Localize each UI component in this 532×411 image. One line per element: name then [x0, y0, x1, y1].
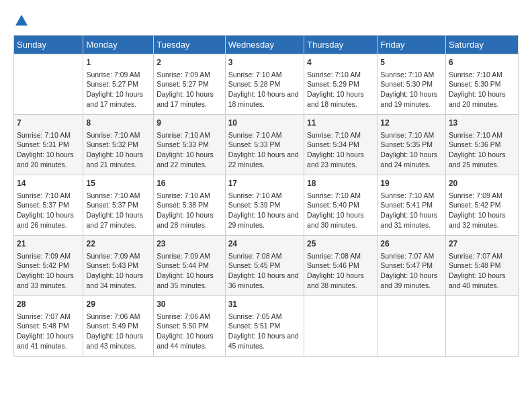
day-number: 1: [86, 57, 150, 68]
day-number: 5: [380, 57, 443, 68]
column-header-monday: Monday: [83, 36, 154, 54]
calendar-week-row: 28Sunrise: 7:07 AMSunset: 5:48 PMDayligh…: [14, 296, 519, 357]
day-number: 16: [157, 178, 222, 189]
day-info: Sunrise: 7:09 AMSunset: 5:42 PMDaylight:…: [17, 251, 80, 291]
day-number: 19: [380, 178, 443, 189]
column-header-saturday: Saturday: [445, 36, 518, 54]
calendar-cell: 20Sunrise: 7:09 AMSunset: 5:42 PMDayligh…: [445, 175, 518, 236]
day-info: Sunrise: 7:07 AMSunset: 5:47 PMDaylight:…: [380, 251, 443, 291]
day-info: Sunrise: 7:10 AMSunset: 5:33 PMDaylight:…: [228, 130, 301, 170]
day-number: 10: [228, 118, 301, 129]
day-info: Sunrise: 7:10 AMSunset: 5:32 PMDaylight:…: [86, 130, 150, 170]
calendar-cell: 11Sunrise: 7:10 AMSunset: 5:34 PMDayligh…: [304, 115, 378, 175]
logo-icon: [14, 13, 29, 28]
calendar-cell: 23Sunrise: 7:09 AMSunset: 5:44 PMDayligh…: [154, 236, 226, 296]
day-number: 31: [228, 299, 301, 310]
calendar-week-row: 21Sunrise: 7:09 AMSunset: 5:42 PMDayligh…: [14, 236, 519, 296]
column-header-wednesday: Wednesday: [225, 36, 304, 54]
calendar-cell: 31Sunrise: 7:05 AMSunset: 5:51 PMDayligh…: [225, 296, 304, 357]
day-info: Sunrise: 7:10 AMSunset: 5:41 PMDaylight:…: [380, 191, 443, 230]
day-number: 17: [228, 178, 301, 189]
day-info: Sunrise: 7:09 AMSunset: 5:42 PMDaylight:…: [449, 191, 515, 230]
day-number: 28: [17, 299, 80, 310]
day-info: Sunrise: 7:10 AMSunset: 5:29 PMDaylight:…: [307, 70, 374, 109]
calendar-cell: 10Sunrise: 7:10 AMSunset: 5:33 PMDayligh…: [225, 115, 304, 175]
calendar-week-row: 7Sunrise: 7:10 AMSunset: 5:31 PMDaylight…: [14, 115, 519, 175]
calendar-week-row: 1Sunrise: 7:09 AMSunset: 5:27 PMDaylight…: [14, 54, 519, 115]
day-number: 8: [86, 118, 150, 129]
day-number: 12: [380, 118, 443, 129]
day-number: 4: [307, 57, 374, 68]
day-info: Sunrise: 7:10 AMSunset: 5:28 PMDaylight:…: [228, 70, 301, 109]
day-number: 6: [449, 57, 515, 68]
day-number: 7: [17, 118, 80, 129]
day-info: Sunrise: 7:10 AMSunset: 5:40 PMDaylight:…: [307, 191, 374, 230]
day-info: Sunrise: 7:10 AMSunset: 5:30 PMDaylight:…: [449, 70, 515, 109]
column-header-tuesday: Tuesday: [154, 36, 226, 54]
day-number: 25: [307, 238, 374, 250]
column-header-sunday: Sunday: [14, 36, 83, 54]
calendar-cell: 30Sunrise: 7:06 AMSunset: 5:50 PMDayligh…: [154, 296, 226, 357]
day-info: Sunrise: 7:10 AMSunset: 5:38 PMDaylight:…: [157, 191, 222, 230]
day-info: Sunrise: 7:09 AMSunset: 5:44 PMDaylight:…: [157, 251, 222, 291]
day-number: 26: [380, 238, 443, 250]
calendar-cell: 5Sunrise: 7:10 AMSunset: 5:30 PMDaylight…: [378, 54, 446, 115]
day-number: 2: [157, 57, 222, 68]
day-number: 30: [157, 299, 222, 310]
calendar-cell: 25Sunrise: 7:08 AMSunset: 5:46 PMDayligh…: [304, 236, 378, 296]
calendar-cell: 19Sunrise: 7:10 AMSunset: 5:41 PMDayligh…: [378, 175, 446, 236]
calendar-week-row: 14Sunrise: 7:10 AMSunset: 5:37 PMDayligh…: [14, 175, 519, 236]
page-header: [13, 13, 519, 28]
svg-marker-0: [15, 15, 28, 26]
calendar-cell: [304, 296, 378, 357]
calendar-cell: 2Sunrise: 7:09 AMSunset: 5:27 PMDaylight…: [154, 54, 226, 115]
day-number: 23: [157, 238, 222, 250]
day-info: Sunrise: 7:10 AMSunset: 5:33 PMDaylight:…: [157, 130, 222, 170]
calendar-cell: 28Sunrise: 7:07 AMSunset: 5:48 PMDayligh…: [14, 296, 83, 357]
calendar-table: SundayMondayTuesdayWednesdayThursdayFrid…: [13, 35, 519, 357]
calendar-cell: 3Sunrise: 7:10 AMSunset: 5:28 PMDaylight…: [225, 54, 304, 115]
day-info: Sunrise: 7:10 AMSunset: 5:37 PMDaylight:…: [17, 191, 80, 230]
day-info: Sunrise: 7:07 AMSunset: 5:48 PMDaylight:…: [449, 251, 515, 291]
day-number: 3: [228, 57, 301, 68]
calendar-cell: 21Sunrise: 7:09 AMSunset: 5:42 PMDayligh…: [14, 236, 83, 296]
column-header-thursday: Thursday: [304, 36, 378, 54]
calendar-cell: 8Sunrise: 7:10 AMSunset: 5:32 PMDaylight…: [83, 115, 154, 175]
day-info: Sunrise: 7:07 AMSunset: 5:48 PMDaylight:…: [17, 312, 80, 351]
column-header-friday: Friday: [378, 36, 446, 54]
day-info: Sunrise: 7:10 AMSunset: 5:37 PMDaylight:…: [86, 191, 150, 230]
day-number: 18: [307, 178, 374, 189]
day-info: Sunrise: 7:08 AMSunset: 5:45 PMDaylight:…: [228, 251, 301, 291]
day-info: Sunrise: 7:06 AMSunset: 5:50 PMDaylight:…: [157, 312, 222, 351]
calendar-cell: 6Sunrise: 7:10 AMSunset: 5:30 PMDaylight…: [445, 54, 518, 115]
day-number: 11: [307, 118, 374, 129]
calendar-header-row: SundayMondayTuesdayWednesdayThursdayFrid…: [14, 36, 519, 54]
calendar-cell: 4Sunrise: 7:10 AMSunset: 5:29 PMDaylight…: [304, 54, 378, 115]
calendar-cell: 22Sunrise: 7:09 AMSunset: 5:43 PMDayligh…: [83, 236, 154, 296]
day-info: Sunrise: 7:09 AMSunset: 5:27 PMDaylight:…: [157, 70, 222, 109]
calendar-cell: 7Sunrise: 7:10 AMSunset: 5:31 PMDaylight…: [14, 115, 83, 175]
day-info: Sunrise: 7:08 AMSunset: 5:46 PMDaylight:…: [307, 251, 374, 291]
day-info: Sunrise: 7:06 AMSunset: 5:49 PMDaylight:…: [86, 312, 150, 351]
day-info: Sunrise: 7:09 AMSunset: 5:27 PMDaylight:…: [86, 70, 150, 109]
calendar-cell: 18Sunrise: 7:10 AMSunset: 5:40 PMDayligh…: [304, 175, 378, 236]
day-number: 14: [17, 178, 80, 189]
calendar-cell: [445, 296, 518, 357]
logo: [13, 13, 30, 28]
day-number: 9: [157, 118, 222, 129]
calendar-cell: 13Sunrise: 7:10 AMSunset: 5:36 PMDayligh…: [445, 115, 518, 175]
calendar-cell: [378, 296, 446, 357]
calendar-cell: [14, 54, 83, 115]
calendar-cell: 15Sunrise: 7:10 AMSunset: 5:37 PMDayligh…: [83, 175, 154, 236]
day-info: Sunrise: 7:10 AMSunset: 5:39 PMDaylight:…: [228, 191, 301, 230]
calendar-cell: 24Sunrise: 7:08 AMSunset: 5:45 PMDayligh…: [225, 236, 304, 296]
calendar-cell: 9Sunrise: 7:10 AMSunset: 5:33 PMDaylight…: [154, 115, 226, 175]
day-info: Sunrise: 7:10 AMSunset: 5:35 PMDaylight:…: [380, 130, 443, 170]
day-info: Sunrise: 7:10 AMSunset: 5:36 PMDaylight:…: [449, 130, 515, 170]
day-info: Sunrise: 7:10 AMSunset: 5:31 PMDaylight:…: [17, 130, 80, 170]
day-number: 29: [86, 299, 150, 310]
day-number: 22: [86, 238, 150, 250]
calendar-cell: 17Sunrise: 7:10 AMSunset: 5:39 PMDayligh…: [225, 175, 304, 236]
day-number: 13: [449, 118, 515, 129]
day-number: 15: [86, 178, 150, 189]
